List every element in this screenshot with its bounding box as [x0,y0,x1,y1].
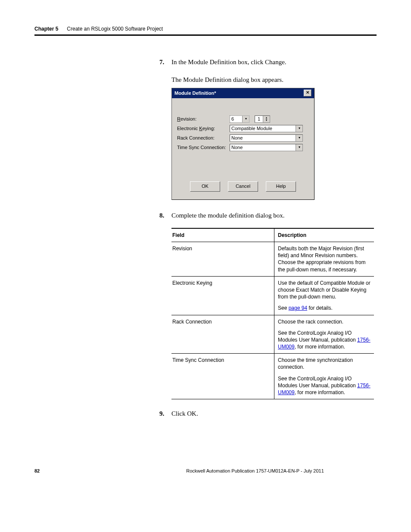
page-number: 82 [34,468,134,473]
chapter-number: Chapter 5 [34,26,58,32]
keying-label: Electronic Keying: [177,125,230,132]
module-definition-dialog: Module Definition* ✕ Revision: 6 ▾ 1 [171,88,314,200]
field-name: Revision [171,242,274,277]
revision-label: Revision: [177,115,230,123]
electronic-keying-select[interactable]: Compatible Module ▾ [230,125,303,132]
step-number: 7. [159,57,164,67]
help-button[interactable]: Help [266,181,296,192]
chevron-down-icon: ▾ [296,135,302,141]
dialog-title: Module Definition* [174,90,216,97]
timesync-connection-select[interactable]: None ▾ [230,144,303,151]
page-footer: 82 Rockwell Automation Publication 1757-… [34,468,377,473]
field-name: Time Sync Connection [171,354,274,399]
field-name: Electronic Keying [171,276,274,315]
chevron-down-icon: ▾ [296,144,302,151]
step-number: 9. [159,409,164,419]
page-link[interactable]: page 94 [289,305,307,311]
chapter-title: Create an RSLogix 5000 Software Project [67,26,163,32]
col-description: Description [274,228,374,242]
step-text: Click OK. [171,409,377,419]
field-description-table: Field Description Revision Defaults both… [171,228,374,399]
rack-connection-label: Rack Connection: [177,134,230,142]
page-header: Chapter 5 Create an RSLogix 5000 Softwar… [34,26,377,36]
chevron-down-icon: ▾ [296,125,302,132]
minor-revision-spinner[interactable]: 1 ▲▼ [255,115,270,123]
ok-button[interactable]: OK [190,181,220,192]
step-number: 8. [159,211,164,221]
field-name: Rack Connection [171,315,274,354]
step-text: Complete the module definition dialog bo… [171,211,377,221]
field-description: Defaults both the Major Revision (first … [274,242,374,277]
major-revision-select[interactable]: 6 ▾ [230,115,249,123]
table-row: Revision Defaults both the Major Revisio… [171,242,374,277]
step-9: 9. Click OK. [159,409,377,419]
field-description: Use the default of Compatible Module or … [274,276,374,315]
timesync-connection-label: Time Sync Connection: [177,144,230,151]
field-description: Choose the rack connection. See the Cont… [274,315,374,354]
cancel-button[interactable]: Cancel [228,181,258,192]
close-icon[interactable]: ✕ [304,90,311,96]
chevron-down-icon: ▾ [242,116,249,122]
publication-info: Rockwell Automation Publication 1757-UM0… [134,468,377,473]
step-caption: The Module Definition dialog box appears… [171,75,377,85]
col-field: Field [171,228,274,242]
table-row: Time Sync Connection Choose the time syn… [171,354,374,399]
step-7: 7. In the Module Definition box, click C… [159,57,377,200]
table-row: Electronic Keying Use the default of Com… [171,276,374,315]
table-row: Rack Connection Choose the rack connecti… [171,315,374,354]
field-description: Choose the time synchronization connecti… [274,354,374,399]
spin-buttons: ▲▼ [263,116,270,122]
step-8: 8. Complete the module definition dialog… [159,211,377,400]
dialog-titlebar: Module Definition* ✕ [172,88,314,98]
rack-connection-select[interactable]: None ▾ [230,134,303,142]
step-text: In the Module Definition box, click Chan… [171,57,377,67]
